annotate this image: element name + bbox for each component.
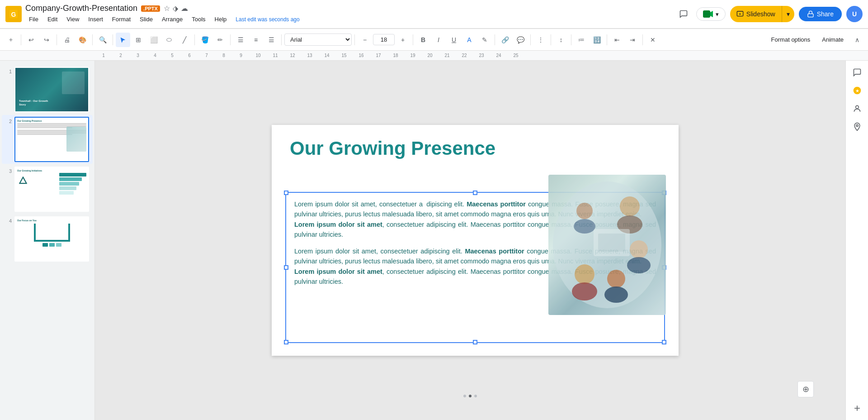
ruler-tick-9: 9 — [232, 53, 250, 58]
dot-1[interactable] — [463, 395, 466, 397]
slideshow-dropdown[interactable]: ▾ — [782, 7, 794, 21]
handle-bottom-left[interactable] — [284, 340, 288, 344]
ruler-tick-25: 25 — [507, 53, 524, 58]
comment-icon-btn[interactable] — [675, 6, 692, 22]
border-btn[interactable]: ✏ — [213, 33, 227, 47]
zoom-fit-btn[interactable]: ⊕ — [797, 381, 814, 397]
share-button[interactable]: Share — [799, 7, 842, 21]
ruler: 1 2 3 4 5 6 7 8 9 10 11 12 13 14 15 16 1… — [0, 51, 868, 61]
svg-point-11 — [627, 257, 651, 273]
slide-thumb-1[interactable]: 1 Townhall : Our GrowthStory — [2, 65, 93, 114]
dot-2[interactable] — [469, 395, 472, 397]
menu-edit[interactable]: Edit — [44, 14, 61, 24]
dot-3[interactable] — [474, 395, 477, 397]
menu-help[interactable]: Help — [211, 14, 231, 24]
ellipse-btn[interactable]: ⬭ — [162, 33, 176, 47]
menu-tools[interactable]: Tools — [188, 14, 209, 24]
line-btn[interactable]: ╱ — [177, 33, 192, 47]
bold-text-3: Maecenas porttitor — [465, 248, 524, 255]
slide-preview-4: Our Focus on You — [14, 216, 89, 262]
handle-bottom-right[interactable] — [662, 340, 666, 344]
format-options-btn[interactable]: Format options — [766, 33, 816, 46]
star-icon[interactable]: ☆ — [164, 4, 170, 13]
handle-bottom-center[interactable] — [473, 340, 477, 344]
slide-title[interactable]: Our Growing Presence — [272, 125, 679, 167]
slide-num-3: 3 — [5, 168, 12, 174]
font-size-plus[interactable]: + — [396, 33, 410, 47]
zoom-btn[interactable]: 🔍 — [95, 33, 110, 47]
svg-point-12 — [575, 264, 594, 284]
indent-less-btn[interactable]: ⇤ — [610, 33, 624, 47]
menu-view[interactable]: View — [63, 14, 83, 24]
doc-title: Company-Growth-Presentation — [25, 4, 137, 13]
ruler-tick-4: 4 — [146, 53, 164, 58]
layout-btn[interactable]: ⊞ — [131, 33, 146, 47]
comment-btn[interactable]: 💬 — [513, 33, 528, 47]
num-list-btn[interactable]: 🔢 — [590, 33, 604, 47]
slide-image-overlay[interactable] — [548, 175, 666, 315]
link-btn[interactable]: 🔗 — [498, 33, 512, 47]
print-btn[interactable]: 🖨 — [60, 33, 74, 47]
align-right-btn[interactable]: ☰ — [264, 33, 278, 47]
rp-person-icon[interactable] — [849, 100, 865, 117]
menu-file[interactable]: File — [25, 14, 42, 24]
align-center-btn[interactable]: ≡ — [249, 33, 263, 47]
share-label: Share — [817, 10, 834, 18]
shape-btn[interactable]: ⬜ — [146, 33, 161, 47]
highlight-btn[interactable]: ✎ — [477, 33, 492, 47]
fill-btn[interactable]: 🪣 — [198, 33, 212, 47]
paint-btn[interactable]: 🎨 — [75, 33, 90, 47]
add-btn[interactable]: ＋ — [4, 33, 18, 47]
rp-comment-icon[interactable] — [849, 64, 865, 81]
collapse-toolbar-btn[interactable]: ∧ — [850, 33, 864, 47]
cursor-btn[interactable] — [116, 33, 130, 47]
rp-star-icon[interactable]: ★ — [849, 82, 865, 99]
clear-format-btn[interactable]: ✕ — [646, 33, 660, 47]
user-avatar[interactable]: U — [846, 6, 863, 22]
handle-top-left[interactable] — [284, 191, 288, 195]
font-color-btn[interactable]: A — [462, 33, 476, 47]
bullet-btn[interactable]: ≔ — [574, 33, 589, 47]
line-spacing-btn[interactable]: ↕ — [554, 33, 568, 47]
underline-btn[interactable]: U — [447, 33, 461, 47]
svg-point-8 — [620, 196, 640, 216]
align-options[interactable]: ⋮ — [533, 33, 548, 47]
handle-top-center[interactable] — [473, 191, 477, 195]
slide-canvas: Our Growing Presence Lorem ipsum dolor s… — [272, 125, 679, 356]
svg-rect-2 — [703, 10, 710, 18]
rp-map-icon[interactable] — [849, 119, 865, 135]
indent-more-btn[interactable]: ⇥ — [625, 33, 640, 47]
align-left-btn[interactable]: ☰ — [233, 33, 248, 47]
svg-point-14 — [576, 203, 593, 219]
font-family-select[interactable]: Arial Times New Roman — [284, 33, 352, 46]
menu-arrange[interactable]: Arrange — [158, 14, 186, 24]
font-size-input[interactable]: 18 — [373, 34, 395, 45]
undo-btn[interactable]: ↩ — [24, 33, 38, 47]
bold-btn[interactable]: B — [416, 33, 430, 47]
rp-add-icon[interactable] — [849, 400, 865, 416]
redo-btn[interactable]: ↪ — [39, 33, 54, 47]
menu-slide[interactable]: Slide — [136, 14, 156, 24]
slide-thumb-2[interactable]: 2 Our Growing Presence — [2, 115, 93, 164]
ruler-tick-12: 12 — [284, 53, 301, 58]
font-size-minus[interactable]: − — [358, 33, 372, 47]
svg-marker-6 — [20, 177, 27, 184]
canvas-area[interactable]: Our Growing Presence Lorem ipsum dolor s… — [95, 61, 845, 420]
ruler-tick-8: 8 — [215, 53, 232, 58]
meet-button[interactable]: ▾ — [696, 7, 726, 21]
handle-middle-left[interactable] — [284, 265, 288, 270]
slide-thumb-3[interactable]: 3 Our Growing Initiatives — [2, 165, 93, 214]
animate-btn[interactable]: Animate — [816, 33, 849, 46]
slide-thumb-4[interactable]: 4 Our Focus on You — [2, 215, 93, 263]
svg-point-18 — [607, 270, 625, 288]
svg-marker-3 — [710, 11, 713, 17]
svg-point-13 — [572, 282, 597, 301]
slideshow-button[interactable]: Slideshow ▾ — [730, 6, 794, 22]
folder-icon[interactable]: ⬗ — [173, 4, 178, 13]
menu-format[interactable]: Format — [108, 14, 134, 24]
ruler-tick-3: 3 — [129, 53, 146, 58]
cloud-icon[interactable]: ☁ — [181, 4, 188, 13]
italic-btn[interactable]: I — [431, 33, 446, 47]
ruler-tick-19: 19 — [404, 53, 421, 58]
menu-insert[interactable]: Insert — [85, 14, 107, 24]
